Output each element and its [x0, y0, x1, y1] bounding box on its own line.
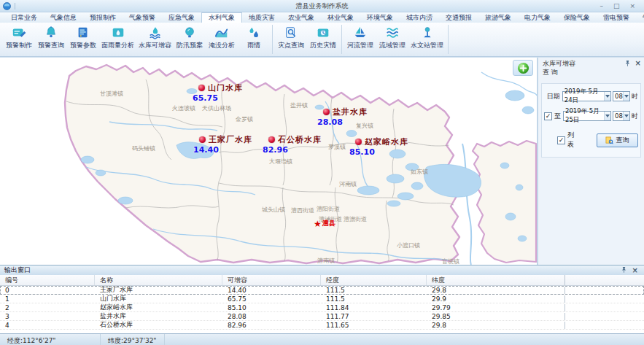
- menu-tab[interactable]: 日常业务: [4, 12, 44, 23]
- toolbar-button-label: 预警参数: [70, 41, 96, 50]
- cell-longitude: 111.5: [321, 295, 427, 303]
- table-row[interactable]: 4 石公桥水库 82.96 111.65 29.8: [0, 321, 644, 330]
- menu-tab[interactable]: 气象预警: [123, 12, 162, 23]
- grid-column-header[interactable]: 可增容: [222, 275, 321, 285]
- toolbar-button[interactable]: 历史灾情: [307, 23, 339, 56]
- list-label: 列表: [567, 131, 581, 150]
- menu-tab[interactable]: 雷电预警: [597, 12, 636, 23]
- basin-waves-icon: [385, 25, 400, 40]
- grid-column-header[interactable]: 经度: [321, 275, 427, 285]
- status-latitude: 纬度:29°37'32": [101, 334, 165, 345]
- pin-icon[interactable]: [624, 60, 631, 69]
- grid-column-header[interactable]: 编号: [0, 275, 95, 285]
- cell-name: 石公桥水库: [95, 320, 222, 330]
- chevron-down-icon[interactable]: [623, 112, 629, 120]
- toolbar-button[interactable]: 河流管理: [344, 23, 376, 56]
- menu-tab[interactable]: 电力气象: [518, 12, 557, 23]
- to-hour-select[interactable]: 08: [613, 111, 630, 121]
- town-label: 涔南镇: [339, 180, 357, 188]
- reservoir-value: 85.10: [349, 147, 375, 157]
- cell-id: 2: [0, 304, 95, 311]
- menu-tab[interactable]: 保险气象: [557, 12, 597, 23]
- toolbar-button-label: 流域管理: [379, 41, 406, 50]
- reservoir-name: 王家厂水库: [209, 134, 252, 145]
- menu-tab[interactable]: 林业气象: [321, 12, 360, 23]
- toolbar-separator: [448, 25, 449, 54]
- chevron-down-icon[interactable]: [604, 92, 610, 101]
- toolbar-button[interactable]: 淹没分析: [206, 23, 238, 56]
- pin-icon[interactable]: [621, 266, 627, 275]
- town-label: 火连坡镇: [172, 104, 195, 112]
- cell-longitude: 111.5: [321, 287, 427, 294]
- menu-tab[interactable]: 农业气象: [282, 12, 321, 23]
- menu-tab[interactable]: 气象信息: [44, 12, 83, 23]
- map-add-button[interactable]: [513, 60, 533, 76]
- toolbar-button[interactable]: 灾点查询: [275, 23, 307, 56]
- disaster-history-icon: [316, 25, 330, 40]
- chevron-down-icon[interactable]: [623, 92, 629, 101]
- menu-tab[interactable]: 应急气象: [162, 12, 201, 23]
- minimize-button[interactable]: –: [600, 2, 603, 9]
- menu-tab[interactable]: 水利气象: [201, 12, 242, 23]
- panel-close-icon[interactable]: ×: [632, 267, 638, 274]
- town-label: 城头山镇: [262, 206, 285, 214]
- toolbar-button[interactable]: 预警参数: [67, 23, 99, 56]
- toolbar-button[interactable]: 面雨量分析: [99, 23, 136, 56]
- town-label: 如东镇: [411, 168, 428, 176]
- date-select[interactable]: 2019年 5月24日: [562, 91, 611, 101]
- toolbar-button[interactable]: 流域管理: [376, 23, 408, 56]
- menu-tab[interactable]: 预报制作: [83, 12, 123, 23]
- chevron-down-icon[interactable]: [604, 112, 610, 120]
- town-label: 小渡口镇: [397, 241, 420, 249]
- menu-tab[interactable]: 地质灾害: [242, 12, 282, 23]
- panel-close-icon[interactable]: ×: [635, 60, 641, 66]
- cell-longitude: 111.65: [321, 322, 427, 329]
- hydro-station-icon: [420, 25, 435, 40]
- toolbar-button[interactable]: 水文站管理: [408, 23, 446, 56]
- menu-tab[interactable]: 气象指数: [636, 12, 644, 23]
- reservoir-value: 14.40: [193, 145, 219, 155]
- river-boat-icon: [353, 25, 368, 40]
- ribbon-toolbar: 预警制作 预警查询 预警参数 面雨量分析 水库可增容 防汛预案 淹没分析: [0, 23, 644, 57]
- menu-tab[interactable]: 旅游气象: [478, 12, 518, 23]
- county-seat-label: 澧县: [322, 219, 335, 228]
- toolbar-button-label: 预警查询: [38, 41, 64, 50]
- toolbar-button[interactable]: 防汛预案: [174, 23, 206, 56]
- menu-tab-label: 保险气象: [564, 13, 590, 23]
- to-date-select[interactable]: 2019年 5月25日: [563, 111, 611, 121]
- county-map: [0, 58, 537, 265]
- reservoir-dot-icon: [323, 109, 330, 115]
- hour-select[interactable]: 08: [613, 91, 630, 101]
- query-button[interactable]: 查询: [597, 133, 638, 147]
- menu-tab-label: 日常业务: [11, 13, 37, 23]
- to-checkbox[interactable]: ✓: [544, 112, 552, 120]
- list-checkbox[interactable]: ✓: [557, 136, 565, 144]
- output-panel-title: 输出窗口: [4, 265, 31, 275]
- toolbar-button-label: 防汛预案: [176, 41, 203, 50]
- status-longitude: 经度:112°6'27": [0, 334, 101, 345]
- menu-tab[interactable]: 环境气象: [360, 12, 400, 23]
- grid-column-header[interactable]: 纬度: [427, 275, 565, 285]
- map-canvas[interactable]: 甘溪滩镇 火连坡镇 天供山林场 金罗镇 盐井镇 复兴镇 码头铺镇 梦溪镇 大堰垱…: [0, 58, 537, 265]
- toolbar-button-label: 预警制作: [6, 41, 32, 50]
- toolbar-button[interactable]: 水库可增容: [136, 23, 174, 56]
- town-label: 天供山林场: [202, 104, 231, 112]
- grid-column-header[interactable]: 名称: [95, 275, 222, 285]
- title-bar: 澧县业务制作系统 – □ ×: [0, 0, 644, 12]
- cell-capacity: 14.40: [222, 287, 321, 294]
- menu-tab-label: 水利气象: [209, 13, 235, 23]
- cell-longitude: 111.84: [321, 304, 427, 311]
- toolbar-button[interactable]: 预警查询: [35, 23, 67, 56]
- cell-latitude: 29.8: [427, 322, 565, 329]
- reservoir-value: 82.96: [263, 145, 288, 155]
- maximize-button[interactable]: □: [613, 2, 620, 9]
- menu-tab[interactable]: 交通预报: [439, 12, 478, 23]
- toolbar-button[interactable]: 预警制作: [3, 23, 35, 56]
- toolbar-button[interactable]: 雨情: [238, 23, 270, 56]
- close-button[interactable]: ×: [629, 2, 635, 9]
- town-label: 大堰垱镇: [269, 158, 292, 166]
- reservoir-query-panel: 水库可增容 查 询 × 日期 2019年 5月24日 08 时: [537, 58, 644, 265]
- toolbar-button-label: 历史灾情: [310, 41, 336, 50]
- menu-tab-label: 电力气象: [524, 13, 551, 23]
- menu-tab[interactable]: 城市内涝: [400, 12, 439, 23]
